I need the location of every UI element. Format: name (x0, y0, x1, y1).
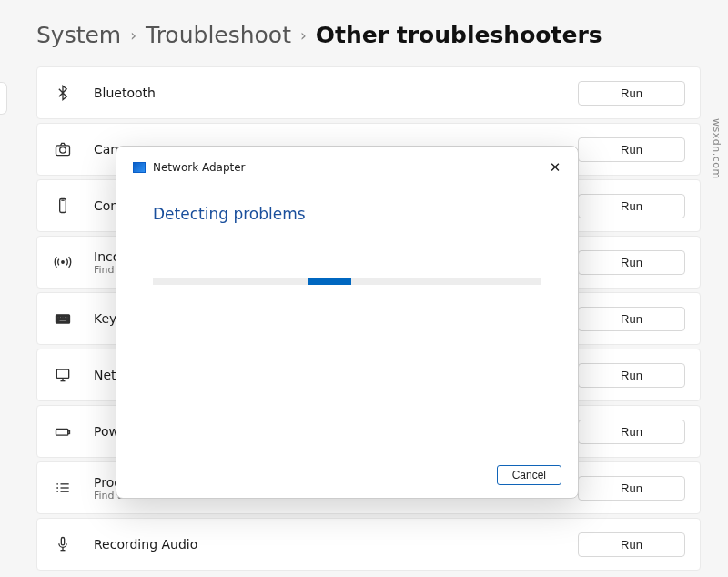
troubleshooter-row-recording-audio: Recording Audio Run (36, 518, 701, 571)
progress-indicator (308, 278, 351, 285)
close-icon[interactable]: ✕ (541, 156, 569, 179)
svg-rect-12 (56, 369, 68, 378)
chevron-right-icon: › (300, 26, 307, 45)
svg-rect-7 (60, 317, 62, 319)
breadcrumb-troubleshoot[interactable]: Troubleshoot (146, 22, 291, 48)
svg-rect-10 (66, 317, 68, 319)
monitor-icon (52, 364, 74, 386)
microphone-icon (52, 533, 74, 555)
svg-rect-16 (68, 430, 70, 433)
run-button[interactable]: Run (578, 307, 685, 331)
run-button[interactable]: Run (578, 250, 685, 275)
svg-point-1 (60, 147, 66, 154)
chevron-right-icon: › (130, 26, 136, 45)
dialog-titlebar: Network Adapter ✕ (116, 147, 578, 181)
svg-rect-9 (65, 317, 66, 319)
run-button[interactable]: Run (578, 194, 685, 218)
bluetooth-icon (52, 82, 74, 104)
row-title: Bluetooth (94, 86, 578, 100)
signal-icon (52, 251, 74, 273)
run-button[interactable]: Run (578, 476, 685, 501)
phone-icon (52, 195, 74, 217)
run-button[interactable]: Run (578, 420, 685, 444)
list-icon (52, 477, 74, 499)
svg-rect-23 (61, 538, 64, 545)
breadcrumb-system[interactable]: System (36, 22, 121, 48)
progress-bar (153, 278, 541, 285)
svg-point-4 (62, 261, 65, 264)
svg-rect-11 (59, 320, 66, 322)
dialog-body: Detecting problems (116, 181, 578, 456)
cancel-button[interactable]: Cancel (497, 465, 561, 485)
keyboard-icon (52, 308, 74, 329)
watermark: wsxdn.com (711, 118, 723, 179)
row-title: Recording Audio (94, 537, 578, 552)
dialog-footer: Cancel (116, 456, 578, 498)
run-button[interactable]: Run (578, 137, 685, 162)
left-edge-stub (0, 82, 7, 115)
svg-rect-6 (57, 317, 59, 319)
svg-rect-15 (56, 430, 68, 436)
troubleshooter-dialog: Network Adapter ✕ Detecting problems Can… (116, 146, 579, 499)
page-title: Other troubleshooters (316, 22, 602, 48)
app-icon (133, 162, 146, 173)
run-button[interactable]: Run (578, 363, 685, 388)
camera-icon (52, 138, 74, 160)
run-button[interactable]: Run (578, 81, 685, 106)
troubleshooter-row-bluetooth: Bluetooth Run (36, 66, 701, 119)
svg-rect-8 (62, 317, 64, 319)
battery-icon (52, 420, 74, 442)
dialog-heading: Detecting problems (153, 205, 541, 223)
run-button[interactable]: Run (578, 532, 685, 557)
dialog-window-title: Network Adapter (153, 161, 541, 174)
breadcrumb: System › Troubleshoot › Other troublesho… (36, 22, 701, 48)
